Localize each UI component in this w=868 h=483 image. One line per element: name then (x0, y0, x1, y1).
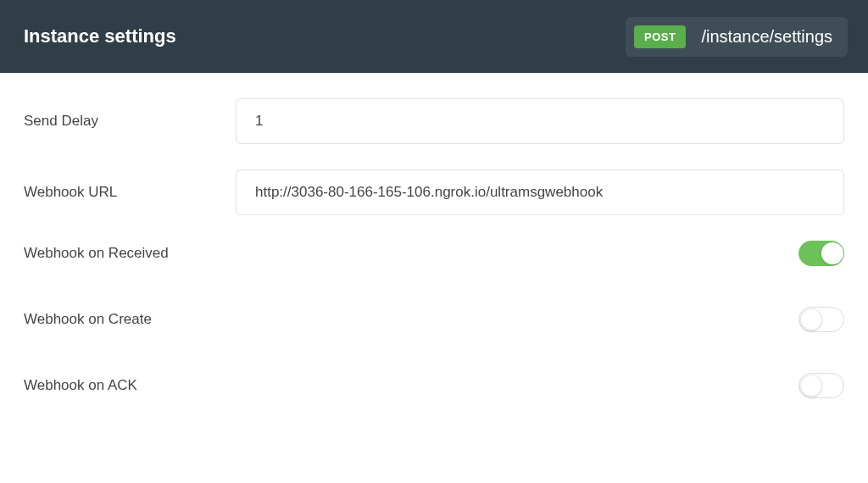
page-header: Instance settings POST /instance/setting… (0, 0, 868, 73)
toggle-knob (800, 308, 822, 330)
webhook-on-received-label: Webhook on Received (24, 245, 236, 262)
webhook-on-ack-toggle[interactable] (798, 373, 844, 398)
webhook-on-received-toggle[interactable] (798, 241, 844, 266)
webhook-on-ack-label: Webhook on ACK (24, 377, 236, 394)
webhook-url-row: Webhook URL (24, 169, 844, 215)
toggle-knob (800, 375, 822, 397)
webhook-on-ack-row: Webhook on ACK (24, 373, 844, 398)
send-delay-label: Send Delay (24, 113, 236, 130)
endpoint-box: POST /instance/settings (626, 17, 848, 57)
send-delay-row: Send Delay (24, 98, 844, 144)
page-title: Instance settings (24, 25, 176, 47)
webhook-on-create-row: Webhook on Create (24, 307, 844, 332)
toggle-knob (821, 242, 843, 264)
endpoint-path: /instance/settings (701, 27, 832, 47)
webhook-url-label: Webhook URL (24, 184, 236, 201)
webhook-on-create-label: Webhook on Create (24, 311, 236, 328)
webhook-url-input[interactable] (236, 169, 844, 215)
webhook-on-create-toggle[interactable] (798, 307, 844, 332)
send-delay-input[interactable] (236, 98, 844, 144)
http-method-badge: POST (634, 25, 686, 48)
webhook-on-received-row: Webhook on Received (24, 241, 844, 266)
form-container: Send Delay Webhook URL Webhook on Receiv… (0, 73, 868, 398)
